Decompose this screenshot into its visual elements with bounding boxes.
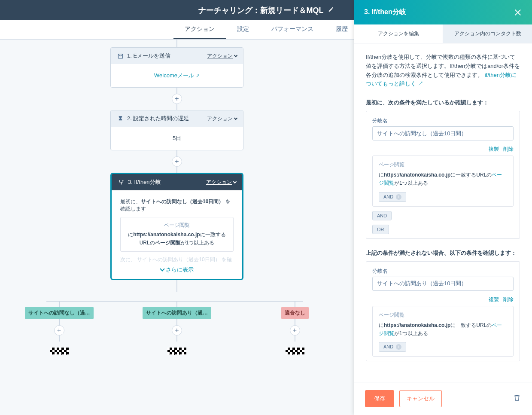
finish-icon xyxy=(286,348,304,355)
close-icon[interactable] xyxy=(514,9,522,16)
condition-text: にhttps://anatonokaisha.co.jpに一致するURLのページ… xyxy=(379,171,507,187)
card-send-email[interactable]: 1. Eメールを送信 アクション Welcomeメール↗ xyxy=(110,47,243,88)
pageview-label: ページ閲覧 xyxy=(125,222,229,229)
card-action-menu[interactable]: アクション xyxy=(206,179,236,186)
external-link-icon: ↗ xyxy=(196,73,200,78)
card-action-menu[interactable]: アクション xyxy=(207,115,237,122)
card-step-label: 2. 設定された時間の遅延 xyxy=(127,115,189,122)
card-ifthen-branch[interactable]: 3. If/then分岐 アクション 最初に、サイトへの訪問なし（過去10日間）… xyxy=(110,173,243,280)
email-icon xyxy=(117,52,124,59)
panel-title: 3. If/then分岐 xyxy=(364,8,406,17)
workflow-title: ナーチャリング：新規リード＆MQL xyxy=(198,5,324,15)
and-pill-outer[interactable]: AND xyxy=(372,211,392,220)
svg-point-0 xyxy=(119,180,120,181)
delete-link[interactable]: 削除 xyxy=(503,146,514,152)
panel-header: 3. If/then分岐 xyxy=(354,0,532,24)
chevron-down-icon xyxy=(234,54,237,57)
or-pill[interactable]: OR xyxy=(372,225,389,234)
branch-name-input-2[interactable] xyxy=(372,277,514,291)
condition-box[interactable]: ページ閲覧 にhttps://anatonokaisha.co.jpに一致するU… xyxy=(372,306,514,357)
panel-description: If/then分岐を使用して、分岐で複数の種類の条件に基づいて値を評価する方法を… xyxy=(366,53,520,88)
panel-footer: 保存 キャンセル xyxy=(354,382,532,415)
subtab-edit-action[interactable]: アクションを編集 xyxy=(354,24,443,43)
delay-value: 5日 xyxy=(111,127,243,150)
tab-actions[interactable]: アクション xyxy=(173,20,226,39)
condition-box[interactable]: ページ閲覧 にhttps://anatonokaisha.co.jpに一致するU… xyxy=(372,156,514,206)
svg-point-1 xyxy=(122,180,124,181)
edit-title-icon[interactable] xyxy=(328,6,334,14)
branch-label-has-visit[interactable]: サイトへの訪問あり（過… xyxy=(143,307,211,319)
trash-icon[interactable] xyxy=(513,394,521,403)
save-button[interactable]: 保存 xyxy=(365,390,394,407)
branch-check-text: 最初に、サイトへの訪問なし（過去10日間） を確認します xyxy=(120,198,234,213)
svg-point-2 xyxy=(121,183,122,185)
delay-icon xyxy=(117,115,124,122)
branch-name-label: 分岐名 xyxy=(372,268,388,274)
add-action-button[interactable]: + xyxy=(54,325,64,336)
side-panel: 3. If/then分岐 アクションを編集 アクション内のコンタクト数 If/t… xyxy=(354,0,532,415)
branch-rail xyxy=(46,301,303,302)
chevron-down-icon xyxy=(160,267,164,272)
branch-form-2: 分岐名 複製削除 ページ閲覧 にhttps://anatonokaisha.co… xyxy=(366,261,520,361)
add-action-button[interactable]: + xyxy=(172,94,182,104)
show-more-link[interactable]: さらに表示 xyxy=(120,266,234,274)
branch-name-label: 分岐名 xyxy=(372,118,388,124)
and-pill-inner[interactable]: ANDi xyxy=(379,342,406,352)
info-icon: i xyxy=(396,194,401,200)
tab-settings[interactable]: 設定 xyxy=(226,20,260,39)
section-first-check: 最初に、次の条件を満たしているか確認します： xyxy=(366,99,520,107)
add-action-button[interactable]: + xyxy=(172,156,182,167)
card-step-label: 1. Eメールを送信 xyxy=(127,52,170,60)
next-branch-truncated: 次に、 サイトへの訪問あり（過去10日間） を確 xyxy=(120,256,234,263)
branch-form-1: 分岐名 複製削除 ページ閲覧 にhttps://anatonokaisha.co… xyxy=(366,111,520,238)
card-step-label: 3. If/then分岐 xyxy=(128,178,161,186)
cancel-button[interactable]: キャンセル xyxy=(399,390,442,407)
add-action-button[interactable]: + xyxy=(290,325,300,336)
finish-icon xyxy=(50,348,69,355)
chevron-down-icon xyxy=(233,180,237,183)
pageview-label: ページ閲覧 xyxy=(379,161,507,168)
add-action-button[interactable]: + xyxy=(172,325,182,336)
branch-label-none-met[interactable]: 適合なし xyxy=(281,307,309,319)
info-icon: i xyxy=(396,344,401,350)
workflow-canvas: 1. Eメールを送信 アクション Welcomeメール↗ + 2. 設定された時… xyxy=(0,40,354,415)
condition-preview: ページ閲覧 にhttps://anatonokaisha.co.jpに一致するU… xyxy=(120,217,234,252)
branch-name-input-1[interactable] xyxy=(372,126,514,140)
duplicate-link[interactable]: 複製 xyxy=(489,146,499,152)
email-link[interactable]: Welcomeメール xyxy=(154,72,194,79)
card-action-menu[interactable]: アクション xyxy=(207,52,237,60)
subtab-contacts-in-action[interactable]: アクション内のコンタクト数 xyxy=(443,24,532,43)
finish-icon xyxy=(167,348,186,355)
chevron-down-icon xyxy=(234,116,237,120)
branch-icon xyxy=(118,179,125,186)
condition-text: にhttps://anatonokaisha.co.jpに一致するURLのページ… xyxy=(379,321,507,338)
section-else-check: 上記の条件が満たされない場合、以下の条件を確認します： xyxy=(366,249,520,257)
tab-performance[interactable]: パフォーマンス xyxy=(260,20,325,39)
and-pill-inner[interactable]: ANDi xyxy=(379,192,406,202)
external-link-icon: ↗ xyxy=(418,80,423,87)
delete-link[interactable]: 削除 xyxy=(503,296,514,302)
branch-label-no-visit[interactable]: サイトへの訪問なし（過… xyxy=(25,307,94,319)
card-delay[interactable]: 2. 設定された時間の遅延 アクション 5日 xyxy=(110,110,243,150)
duplicate-link[interactable]: 複製 xyxy=(489,296,499,302)
pageview-label: ページ閲覧 xyxy=(379,311,507,319)
